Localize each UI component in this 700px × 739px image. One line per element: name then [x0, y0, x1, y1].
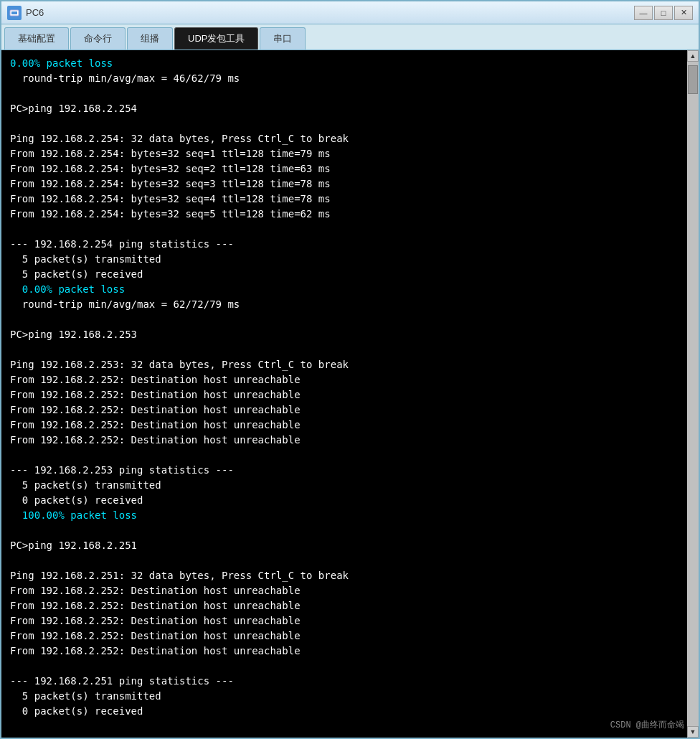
scroll-down-arrow[interactable]: ▼: [687, 726, 699, 738]
svg-rect-1: [11, 11, 17, 14]
tab-basic[interactable]: 基础配置: [4, 27, 69, 50]
tab-udp[interactable]: UDP发包工具: [174, 27, 258, 50]
window-title: PC6: [26, 7, 634, 18]
window-icon: [7, 6, 22, 20]
main-window: PC6 — □ ✕ 基础配置 命令行 组播 UDP发包工具 串口 0.00% p…: [0, 0, 700, 739]
watermark: CSDN @曲终而命竭: [610, 719, 684, 732]
terminal-output: 0.00% packet loss round-trip min/avg/max…: [10, 56, 673, 719]
tab-serial[interactable]: 串口: [260, 27, 306, 50]
scroll-thumb[interactable]: [688, 65, 698, 94]
title-bar: PC6 — □ ✕: [1, 1, 699, 24]
scroll-up-arrow[interactable]: ▲: [687, 50, 699, 62]
tab-group[interactable]: 组播: [127, 27, 173, 50]
terminal[interactable]: 0.00% packet loss round-trip min/avg/max…: [1, 50, 687, 738]
tab-cmd[interactable]: 命令行: [70, 27, 126, 50]
tab-bar: 基础配置 命令行 组播 UDP发包工具 串口: [1, 24, 699, 50]
terminal-wrapper: 0.00% packet loss round-trip min/avg/max…: [1, 50, 699, 738]
scroll-track[interactable]: [687, 62, 699, 726]
minimize-button[interactable]: —: [634, 6, 653, 20]
maximize-button[interactable]: □: [654, 6, 673, 20]
window-controls: — □ ✕: [634, 6, 693, 20]
close-button[interactable]: ✕: [674, 6, 693, 20]
vertical-scrollbar[interactable]: ▲ ▼: [687, 50, 699, 738]
